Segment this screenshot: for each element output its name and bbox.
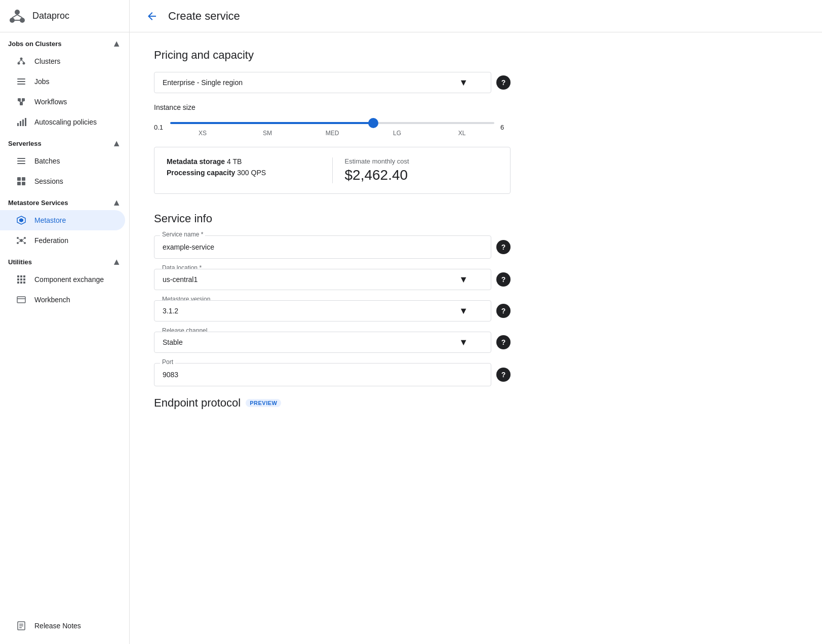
pricing-info-left: Metadata storage 4 TB Processing capacit… (167, 157, 333, 183)
section-header-metastore-services[interactable]: Metastore Services ▲ (0, 191, 129, 210)
svg-line-39 (19, 242, 20, 242)
metastore-version-help-icon[interactable]: ? (496, 304, 511, 318)
slider-label-xs: XS (170, 130, 235, 137)
svg-rect-41 (17, 275, 19, 277)
section-utilities: Utilities ▲ Component exchange Workbench (0, 251, 129, 310)
slider-label-med: MED (300, 130, 365, 137)
section-header-serverless[interactable]: Serverless ▲ (0, 132, 129, 151)
svg-line-18 (21, 101, 23, 102)
sidebar-item-component-exchange[interactable]: Component exchange (0, 269, 125, 290)
svg-line-9 (19, 60, 21, 62)
sidebar-item-release-notes[interactable]: Release Notes (0, 616, 125, 636)
svg-rect-13 (17, 84, 25, 85)
endpoint-protocol-row: Endpoint protocol PREVIEW (154, 396, 511, 410)
section-header-jobs-on-clusters[interactable]: Jobs on Clusters ▲ (0, 32, 129, 51)
slider-track: XS SM MED LG XL (170, 117, 494, 137)
back-button[interactable] (142, 6, 162, 26)
autoscaling-icon (16, 117, 26, 127)
metadata-storage-row: Metadata storage 4 TB (167, 157, 320, 166)
pricing-section-title: Pricing and capacity (154, 49, 511, 62)
sidebar-header: Dataproc (0, 0, 129, 32)
service-name-field: Service name * ? (154, 235, 511, 259)
port-label: Port (160, 358, 175, 366)
endpoint-protocol-title: Endpoint protocol (154, 396, 241, 410)
preview-badge: PREVIEW (246, 399, 281, 407)
sidebar-item-workflows[interactable]: Workflows (0, 92, 125, 112)
tier-help-icon[interactable]: ? (496, 75, 511, 90)
svg-rect-21 (22, 119, 24, 126)
section-jobs-on-clusters: Jobs on Clusters ▲ Clusters Jobs Workflo… (0, 32, 129, 132)
app-name: Dataproc (32, 11, 69, 21)
app-logo (8, 7, 26, 25)
svg-point-35 (17, 242, 19, 244)
tier-select[interactable]: Enterprise - Single regionEnterprise - M… (154, 72, 491, 93)
svg-rect-45 (20, 278, 22, 280)
svg-rect-54 (19, 626, 23, 627)
sidebar-item-jobs[interactable]: Jobs (0, 71, 125, 92)
estimate-value: $2,462.40 (345, 167, 498, 183)
svg-rect-53 (19, 624, 23, 625)
svg-rect-19 (17, 123, 19, 126)
data-location-help-icon[interactable]: ? (496, 272, 511, 287)
section-header-utilities[interactable]: Utilities ▲ (0, 251, 129, 269)
svg-line-10 (21, 60, 24, 62)
workflows-icon (16, 97, 26, 107)
svg-rect-47 (17, 281, 19, 284)
clusters-icon (16, 56, 26, 66)
chevron-up-icon-utilities: ▲ (112, 257, 121, 267)
jobs-icon (16, 76, 26, 87)
port-input[interactable] (154, 363, 491, 386)
slider-label-lg: LG (365, 130, 429, 137)
release-channel-select[interactable]: StableCanary (154, 332, 491, 353)
sidebar-item-autoscaling-policies[interactable]: Autoscaling policies (0, 112, 125, 132)
svg-line-17 (19, 101, 21, 102)
sidebar-item-workbench[interactable]: Workbench (0, 290, 125, 310)
svg-point-32 (20, 239, 23, 242)
service-name-help-icon[interactable]: ? (496, 240, 511, 254)
processing-capacity-row: Processing capacity 300 QPS (167, 169, 320, 177)
svg-rect-46 (23, 278, 25, 280)
svg-point-0 (15, 10, 20, 15)
svg-rect-11 (17, 78, 25, 79)
svg-rect-25 (17, 163, 25, 164)
sidebar-item-batches[interactable]: Batches (0, 151, 125, 171)
chevron-up-icon-serverless: ▲ (112, 138, 121, 149)
port-field-row: Port ? (154, 363, 511, 386)
data-location-select[interactable]: us-central1us-east1europe-west1 (154, 269, 491, 290)
form-body: Pricing and capacity Enterprise - Single… (130, 32, 535, 426)
sidebar-item-sessions[interactable]: Sessions (0, 171, 125, 191)
svg-line-3 (12, 15, 17, 18)
svg-rect-14 (18, 98, 21, 101)
service-name-input[interactable] (154, 235, 491, 259)
svg-rect-27 (22, 177, 25, 181)
release-channel-help-icon[interactable]: ? (496, 335, 511, 349)
instance-size-slider[interactable] (170, 122, 494, 124)
svg-line-40 (23, 242, 24, 242)
svg-rect-42 (20, 275, 22, 277)
svg-point-6 (20, 58, 23, 60)
slider-label-xl: XL (429, 130, 494, 137)
svg-point-36 (24, 242, 26, 244)
data-location-select-wrapper: us-central1us-east1europe-west1 ▼ (154, 269, 491, 290)
port-help-icon[interactable]: ? (496, 368, 511, 382)
main-content-area: Create service Pricing and capacity Ente… (130, 0, 822, 644)
svg-line-37 (19, 239, 20, 239)
metastore-version-select[interactable]: 3.1.23.1.02.3.6 (154, 300, 491, 321)
slider-max-value: 6 (500, 124, 511, 131)
svg-rect-29 (22, 182, 25, 185)
svg-line-38 (23, 239, 24, 239)
release-channel-field: Release channel StableCanary ▼ ? (154, 332, 511, 353)
sidebar-item-clusters[interactable]: Clusters (0, 51, 125, 71)
svg-rect-44 (17, 278, 19, 280)
component-exchange-icon (16, 274, 26, 285)
page-header: Create service (130, 0, 822, 32)
service-info-title: Service info (154, 212, 511, 225)
section-serverless: Serverless ▲ Batches Sessions (0, 132, 129, 191)
sidebar-item-federation[interactable]: Federation (0, 230, 125, 251)
section-metastore-services: Metastore Services ▲ Metastore Federatio… (0, 191, 129, 251)
page-title: Create service (168, 10, 240, 23)
svg-point-7 (18, 62, 20, 65)
estimate-label: Estimate monthly cost (345, 157, 498, 165)
chevron-up-icon: ▲ (112, 38, 121, 49)
sidebar-item-metastore[interactable]: Metastore (0, 210, 125, 230)
